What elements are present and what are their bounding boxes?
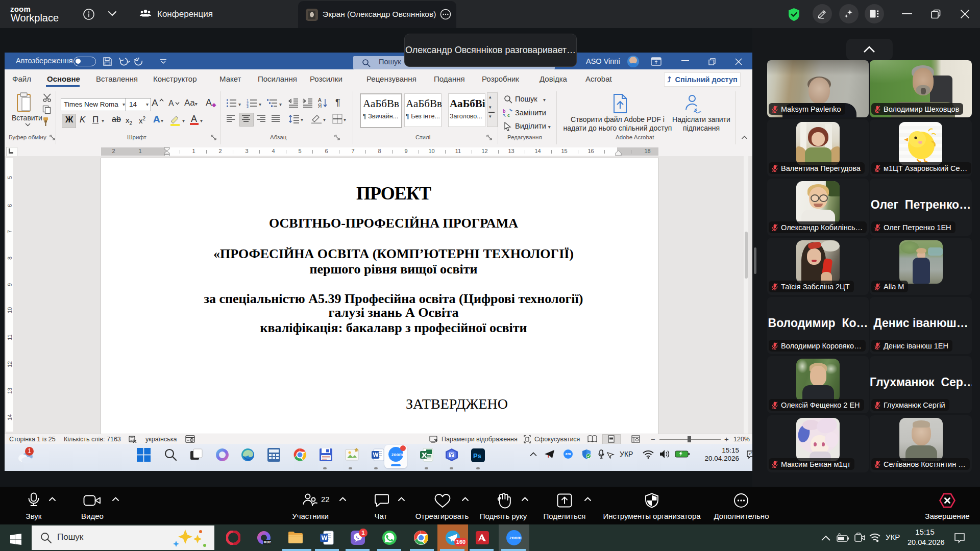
svg-text:Я: Я <box>318 103 322 109</box>
svg-text:zz: zz <box>749 451 752 456</box>
svg-text:M365: M365 <box>264 540 272 544</box>
svg-text:b: b <box>503 109 506 114</box>
svg-text:3: 3 <box>247 105 249 108</box>
svg-text:c: c <box>507 113 510 118</box>
svg-text:А: А <box>318 97 322 103</box>
svg-text:Ps: Ps <box>473 452 481 460</box>
